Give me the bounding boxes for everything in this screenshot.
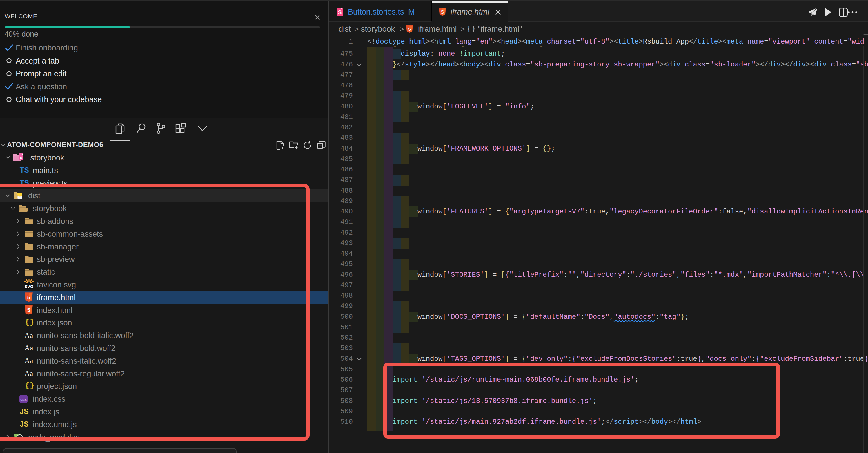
svg-text:5: 5 (408, 27, 411, 32)
svg-text:S: S (338, 9, 342, 16)
svg-text:5: 5 (441, 10, 444, 15)
svg-text:s: s (20, 155, 22, 160)
